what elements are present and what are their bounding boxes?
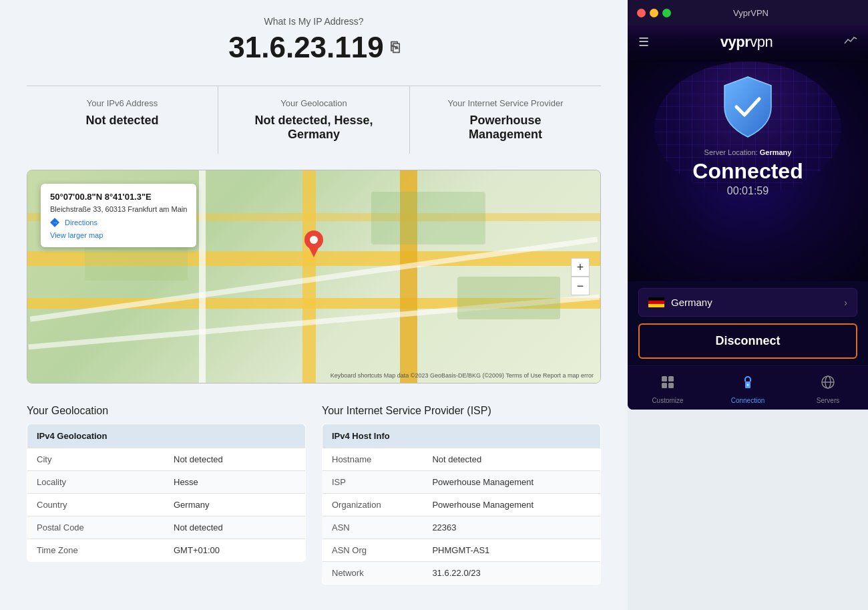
logo-vpn: vpn [750, 33, 773, 50]
svg-rect-7 [662, 383, 667, 388]
table-row: ASN22363 [322, 516, 601, 539]
geolocation-table-header: IPv4 Geolocation [27, 424, 306, 448]
vpn-bottom-nav: Customize Connection Servers [628, 365, 868, 410]
hamburger-icon[interactable]: ☰ [638, 35, 649, 49]
field-label: City [27, 448, 165, 471]
germany-flag-icon [648, 297, 664, 308]
traffic-lights [637, 9, 671, 17]
vpn-panel: VyprVPN ☰ vyprvpn [628, 0, 868, 410]
map-district-3 [457, 277, 560, 319]
field-value: Hesse [164, 471, 306, 494]
info-card-geo: Your Geolocation Not detected, Hesse,Ger… [218, 86, 410, 154]
map-popup: 50°07'00.8"N 8°41'01.3"E Bleichstraße 33… [41, 184, 196, 247]
server-selector[interactable]: Germany › [638, 288, 857, 317]
isp-table-header: IPv4 Host Info [322, 424, 601, 448]
field-label: ISP [322, 471, 423, 494]
close-button[interactable] [637, 9, 646, 17]
map-road-v3 [199, 170, 206, 383]
table-row: Time ZoneGMT+01:00 [27, 539, 306, 562]
directions-link[interactable]: Directions [65, 217, 97, 228]
minimize-button[interactable] [650, 9, 658, 17]
field-value: Not detected [164, 448, 306, 471]
connection-label: Connection [731, 397, 765, 404]
logo-vypr: vypr [720, 33, 750, 50]
chevron-right-icon: › [844, 297, 847, 308]
vpn-logo: vyprvpn [720, 33, 773, 51]
maximize-button[interactable] [662, 9, 671, 17]
customize-icon [660, 374, 676, 394]
page-title: What Is My IP Address? [27, 16, 601, 27]
map-container: 50°07'00.8"N 8°41'01.3"E Bleichstraße 33… [27, 170, 601, 384]
field-label: Country [27, 494, 165, 516]
map-district-2 [371, 192, 486, 245]
geo-label: Your Geolocation [232, 98, 396, 108]
table-row: ASN OrgPHMGMT-AS1 [322, 539, 601, 562]
map-address: Bleichstraße 33, 60313 Frankfurt am Main [50, 204, 187, 215]
field-label: ASN Org [322, 539, 423, 562]
map-coords: 50°07'00.8"N 8°41'01.3"E [50, 190, 187, 204]
map-background: 50°07'00.8"N 8°41'01.3"E Bleichstraße 33… [27, 170, 600, 383]
nav-connection[interactable]: Connection [708, 371, 788, 407]
svg-point-10 [747, 384, 749, 386]
isp-title: Your Internet Service Provider (ISP) [322, 405, 601, 417]
geolocation-section: Your Geolocation IPv4 Geolocation CityNo… [27, 405, 306, 585]
directions-icon: → [50, 218, 59, 227]
isp-label: Your Internet Service Provider [423, 98, 588, 108]
field-value: Not detected [423, 448, 600, 471]
field-value: GMT+01:00 [164, 539, 306, 562]
table-row: CityNot detected [27, 448, 306, 471]
view-larger-link[interactable]: View larger map [50, 230, 187, 241]
customize-label: Customize [652, 397, 683, 404]
svg-rect-6 [668, 376, 674, 382]
disconnect-button[interactable]: Disconnect [638, 323, 857, 359]
table-row: ISPPowerhouse Management [322, 471, 601, 494]
connection-icon [740, 374, 756, 394]
svg-rect-8 [668, 383, 674, 388]
ip-header: What Is My IP Address? 31.6.23.119 ⎘ [27, 16, 601, 64]
field-label: Organization [322, 494, 423, 516]
table-row: CountryGermany [27, 494, 306, 516]
isp-section: Your Internet Service Provider (ISP) IPv… [322, 405, 601, 585]
vpn-globe: Server Location: Germany Connected 00:01… [628, 61, 868, 281]
field-value: Powerhouse Management [423, 494, 600, 516]
server-location-label: Server Location: Germany [704, 148, 792, 156]
isp-table: IPv4 Host Info HostnameNot detectedISPPo… [322, 424, 601, 585]
pin-svg [303, 231, 324, 257]
server-name: Germany [671, 297, 712, 308]
geo-value: Not detected, Hesse,Germany [232, 114, 396, 142]
shield-container [718, 73, 778, 143]
zoom-in-button[interactable]: + [571, 258, 590, 277]
nav-customize[interactable]: Customize [628, 371, 708, 407]
isp-value: PowerhouseManagement [423, 114, 588, 142]
ipv6-label: Your IPv6 Address [40, 98, 204, 108]
field-label: Locality [27, 471, 165, 494]
server-location: Germany [760, 148, 792, 156]
map-controls: + − [571, 258, 590, 295]
svg-marker-4 [308, 247, 319, 257]
servers-icon [820, 374, 836, 394]
field-value: Powerhouse Management [423, 471, 600, 494]
bottom-section: Your Geolocation IPv4 Geolocation CityNo… [27, 405, 601, 585]
svg-rect-5 [662, 376, 667, 382]
field-label: Hostname [322, 448, 423, 471]
map-pin [303, 231, 324, 260]
map-footer: Keyboard shortcuts Map data ©2023 GeoBas… [331, 372, 594, 379]
info-card-isp: Your Internet Service Provider Powerhous… [410, 86, 601, 154]
copy-icon[interactable]: ⎘ [391, 39, 399, 56]
zoom-out-button[interactable]: − [571, 277, 590, 295]
ipv6-value: Not detected [40, 114, 204, 128]
svg-point-3 [310, 236, 318, 244]
vpn-timer: 00:01:59 [727, 185, 769, 197]
vpn-titlebar: VyprVPN [628, 0, 868, 25]
vpn-header: ☰ vyprvpn [628, 25, 868, 61]
servers-label: Servers [817, 397, 839, 404]
field-value: Germany [164, 494, 306, 516]
table-row: OrganizationPowerhouse Management [322, 494, 601, 516]
main-content: What Is My IP Address? 31.6.23.119 ⎘ You… [0, 0, 628, 610]
nav-servers[interactable]: Servers [788, 371, 868, 407]
info-card-ipv6: Your IPv6 Address Not detected [27, 86, 218, 154]
info-cards: Your IPv6 Address Not detected Your Geol… [27, 86, 601, 154]
field-value: 31.6.22.0/23 [423, 562, 600, 585]
stats-icon[interactable] [844, 35, 857, 49]
geolocation-title: Your Geolocation [27, 405, 306, 417]
